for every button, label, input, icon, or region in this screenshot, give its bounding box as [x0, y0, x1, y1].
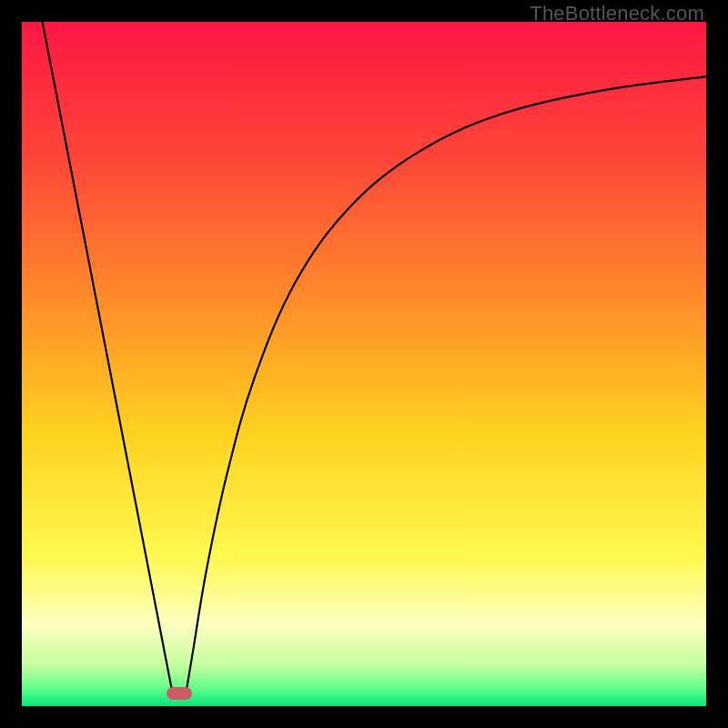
watermark-text: TheBottleneck.com [530, 2, 704, 25]
plot-area [22, 22, 706, 706]
gradient-background [22, 22, 706, 706]
svg-rect-0 [22, 22, 706, 706]
chart-frame [22, 22, 706, 706]
optimal-marker [167, 687, 192, 700]
